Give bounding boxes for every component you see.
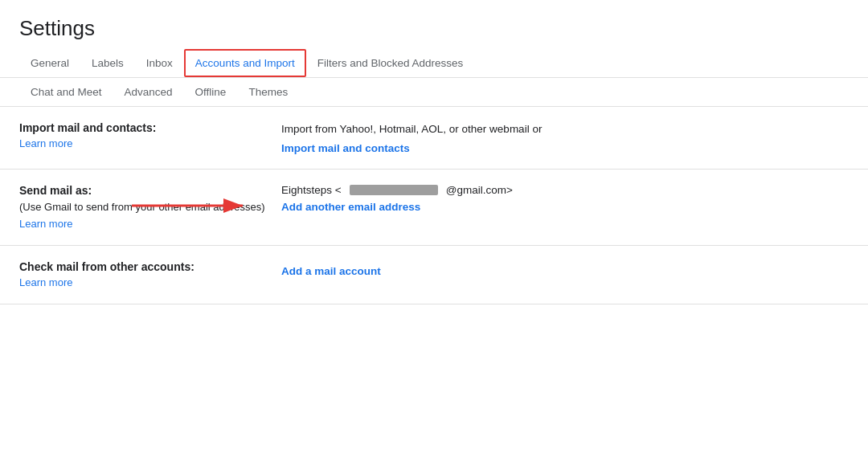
- tab-advanced[interactable]: Advanced: [113, 78, 184, 106]
- send-mail-desc: (Use Gmail to send from your other email…: [19, 200, 268, 215]
- email-domain: @gmail.com>: [446, 184, 513, 196]
- email-name: Eightsteps <: [281, 184, 342, 196]
- tabs-row1: General Labels Inbox Accounts and Import…: [0, 49, 868, 78]
- import-mail-link[interactable]: Import mail and contacts: [281, 142, 849, 154]
- check-mail-row: Check mail from other accounts: Learn mo…: [0, 246, 868, 304]
- content-area: Import mail and contacts: Learn more Imp…: [0, 107, 868, 304]
- add-email-link[interactable]: Add another email address: [281, 201, 849, 213]
- import-mail-label: Import mail and contacts: Learn more: [19, 121, 268, 150]
- import-mail-text: Import from Yahoo!, Hotmail, AOL, or oth…: [281, 121, 849, 137]
- page-title: Settings: [0, 0, 868, 49]
- tab-filters[interactable]: Filters and Blocked Addresses: [306, 49, 475, 77]
- send-mail-learn-more[interactable]: Learn more: [19, 218, 72, 230]
- tab-offline[interactable]: Offline: [184, 78, 238, 106]
- send-mail-content: Eightsteps < @gmail.com> Add another ema…: [268, 184, 849, 213]
- check-mail-learn-more[interactable]: Learn more: [19, 276, 72, 288]
- tab-labels[interactable]: Labels: [80, 49, 135, 77]
- tab-chat-meet[interactable]: Chat and Meet: [19, 78, 113, 106]
- tab-themes[interactable]: Themes: [237, 78, 299, 106]
- tab-general[interactable]: General: [19, 49, 80, 77]
- tab-accounts-import[interactable]: Accounts and Import: [184, 49, 306, 77]
- tab-inbox[interactable]: Inbox: [135, 49, 184, 77]
- import-mail-content: Import from Yahoo!, Hotmail, AOL, or oth…: [268, 121, 849, 154]
- import-mail-learn-more[interactable]: Learn more: [19, 137, 72, 149]
- import-mail-title: Import mail and contacts:: [19, 121, 268, 134]
- check-mail-content: Add a mail account: [268, 260, 849, 277]
- send-mail-row: Send mail as: (Use Gmail to send from yo…: [0, 170, 868, 246]
- check-mail-title: Check mail from other accounts:: [19, 260, 268, 273]
- send-mail-title: Send mail as:: [19, 184, 268, 197]
- send-mail-label: Send mail as: (Use Gmail to send from yo…: [19, 184, 268, 231]
- tabs-row2: Chat and Meet Advanced Offline Themes: [0, 78, 868, 107]
- import-mail-row: Import mail and contacts: Learn more Imp…: [0, 107, 868, 170]
- add-mail-account-link[interactable]: Add a mail account: [281, 265, 849, 277]
- email-blurred: [350, 185, 438, 195]
- check-mail-label: Check mail from other accounts: Learn mo…: [19, 260, 268, 289]
- email-display-row: Eightsteps < @gmail.com>: [281, 184, 849, 196]
